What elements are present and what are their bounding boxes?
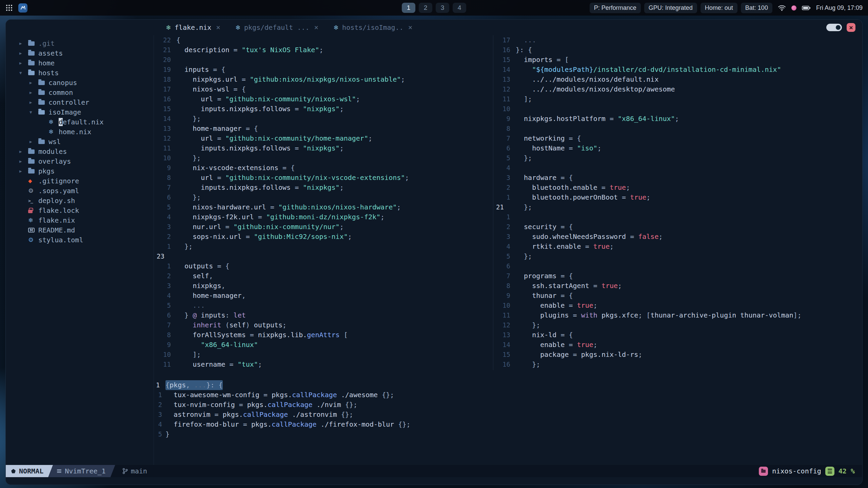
code-line[interactable]: 22{ [154,35,493,45]
code-line[interactable]: 1 bluetooth.powerOnBoot = true; [493,192,862,202]
chevron-right-icon[interactable]: ▸ [29,89,38,96]
code-line[interactable]: 1{pkgs, ...}: { [154,380,862,390]
tree-item-pkgs[interactable]: ▸pkgs [6,166,154,176]
code-line[interactable]: 16 }; [493,360,862,369]
chevron-right-icon[interactable]: ▸ [19,50,28,56]
chevron-down-icon[interactable]: ▾ [29,109,38,115]
code-line[interactable]: 9 thunar = { [493,291,862,301]
code-line[interactable]: 8 ssh.startAgent = true; [493,281,862,291]
chevron-right-icon[interactable]: ▸ [19,148,28,155]
code-line[interactable]: 14 }; [154,114,493,124]
code-line[interactable]: 5 nixos-hardware.url = "github:nixos/nix… [154,202,493,212]
code-line[interactable]: 18 nixpkgs.url = "github:nixos/nixpkgs/n… [154,75,493,84]
code-line[interactable]: 20 [154,55,493,65]
tree-item-hosts[interactable]: ▾hosts [6,68,154,78]
chevron-right-icon[interactable]: ▸ [19,158,28,164]
code-line[interactable]: 1 outputs = { [154,261,493,271]
tab-close-icon[interactable]: × [216,23,220,32]
code-line[interactable]: 11 inputs.nixpkgs.follows = "nixpkgs"; [154,143,493,153]
tree-item-wsl[interactable]: ▸wsl [6,137,154,147]
code-line[interactable]: 11 ]; [493,94,862,104]
code-line[interactable]: 5 ... [154,301,493,310]
command-line[interactable] [6,477,862,485]
wifi-icon[interactable] [778,5,786,11]
tree-item-default.nix[interactable]: ❄default.nix [6,117,154,127]
code-line[interactable]: 2 bluetooth.enable = true; [493,183,862,192]
tree-item-assets[interactable]: ▸assets [6,48,154,58]
code-line[interactable]: 5 }; [493,153,862,163]
code-line[interactable]: 4 [493,163,862,173]
code-line[interactable]: 21 }; [493,202,862,212]
chevron-right-icon[interactable]: ▸ [19,168,28,174]
code-line[interactable]: 14 enable = true; [493,340,862,350]
code-line[interactable]: 4 home-manager, [154,291,493,301]
tab-close-icon[interactable]: × [408,23,413,32]
code-line[interactable]: 12 ../../modules/nixos/desktop/awesome [493,84,862,94]
tree-item-overlays[interactable]: ▸overlays [6,157,154,166]
toggle-button[interactable] [826,24,842,31]
code-line[interactable]: 9 nixpkgs.hostPlatform = "x86_64-linux"; [493,114,862,124]
code-line[interactable]: 9 "x86_64-linux" [154,340,493,350]
code-line[interactable]: 14 "${modulesPath}/installer/cd-dvd/inst… [493,65,862,75]
code-line[interactable]: 8 url = "github:nix-community/nix-vscode… [154,173,493,183]
code-line[interactable]: 13 home-manager = { [154,124,493,134]
tree-item-common[interactable]: ▸common [6,88,154,98]
code-line[interactable]: 3 nixpkgs, [154,281,493,291]
editor-pane-iso-default-nix[interactable]: 17 ...16}: {15 imports = [14 "${modulesP… [493,35,862,370]
tab-flake.nix[interactable]: ❄flake.nix× [158,20,228,35]
code-line[interactable]: 3 nur.url = "github:nix-community/nur"; [154,222,493,232]
workspace-button-3[interactable]: 3 [436,3,449,13]
chevron-right-icon[interactable]: ▸ [29,139,38,145]
tree-item-flake.lock[interactable]: flake.lock [6,206,154,216]
code-line[interactable]: 8 [493,124,862,134]
code-line[interactable]: 1 tux-awesome-wm-config = pkgs.callPacka… [154,390,862,400]
code-line[interactable]: 6 hostName = "iso"; [493,143,862,153]
code-line[interactable]: 16 url = "github:nix-community/nixos-wsl… [154,94,493,104]
code-line[interactable]: 11 plugins = with pkgs.xfce; [thunar-arc… [493,310,862,320]
code-line[interactable]: 9 nix-vscode-extensions = { [154,163,493,173]
tree-item-home[interactable]: ▸home [6,58,154,68]
code-line[interactable]: 15 inputs.nixpkgs.follows = "nixpkgs"; [154,104,493,114]
code-line[interactable]: 13 nix-ld = { [493,330,862,340]
chevron-right-icon[interactable]: ▸ [19,60,28,66]
tree-item-flake.nix[interactable]: ❄flake.nix [6,216,154,225]
code-line[interactable]: 7 networking = { [493,134,862,143]
code-line[interactable]: 10 [493,104,862,114]
workspace-button-4[interactable]: 4 [453,3,466,13]
workspace-button-1[interactable]: 1 [402,3,415,13]
code-line[interactable]: 6 } @ inputs: let [154,310,493,320]
file-tree[interactable]: ▸.git▸assets▸home▾hosts▸canopus▸common▸c… [6,35,154,465]
code-line[interactable]: 3 sudo.wheelNeedsPassword = false; [493,232,862,242]
code-line[interactable]: 4 rtkit.enable = true; [493,242,862,251]
code-line[interactable]: 5 }; [493,251,862,261]
code-line[interactable]: 5} [154,429,862,439]
code-line[interactable]: 7 programs = { [493,271,862,281]
chevron-right-icon[interactable]: ▸ [29,80,38,86]
code-line[interactable]: 2 self, [154,271,493,281]
tree-item-README.md[interactable]: MREADME.md [6,225,154,235]
code-line[interactable]: 13 ../../modules/nixos/default.nix [493,75,862,84]
code-line[interactable]: 3 hardware = { [493,173,862,183]
app-launcher-icon[interactable] [5,4,13,12]
chevron-right-icon[interactable]: ▸ [19,40,28,46]
indicator-icon[interactable] [791,5,796,11]
code-line[interactable]: 10 enable = true; [493,301,862,310]
code-line[interactable]: 11 username = "tux"; [154,360,493,369]
code-line[interactable]: 17 nixos-wsl = { [154,84,493,94]
code-line[interactable]: 12 }; [493,320,862,330]
code-line[interactable]: 17 ... [493,35,862,45]
code-line[interactable]: 6 }; [154,192,493,202]
code-line[interactable]: 15 package = pkgs.nix-ld-rs; [493,350,862,360]
editor-pane-pkgs-default-nix[interactable]: 1{pkgs, ...}: {1 tux-awesome-wm-config =… [154,380,862,439]
code-line[interactable]: 19 inputs = { [154,65,493,75]
editor-pane-flake-nix[interactable]: 22{21 description = "tux's NixOS Flake";… [154,35,493,370]
chevron-down-icon[interactable]: ▾ [19,70,28,76]
chevron-right-icon[interactable]: ▸ [29,99,38,105]
tree-item-canopus[interactable]: ▸canopus [6,78,154,88]
code-line[interactable]: 1 [493,212,862,222]
code-line[interactable]: 10 ]; [154,350,493,360]
code-line[interactable]: 4 firefox-mod-blur = pkgs.callPackage ./… [154,420,862,429]
code-line[interactable]: 12 url = "github:nix-community/home-mana… [154,134,493,143]
tab-pkgs-default-...[interactable]: ❄pkgs/default ...× [228,20,326,35]
tree-item-modules[interactable]: ▸modules [6,147,154,157]
